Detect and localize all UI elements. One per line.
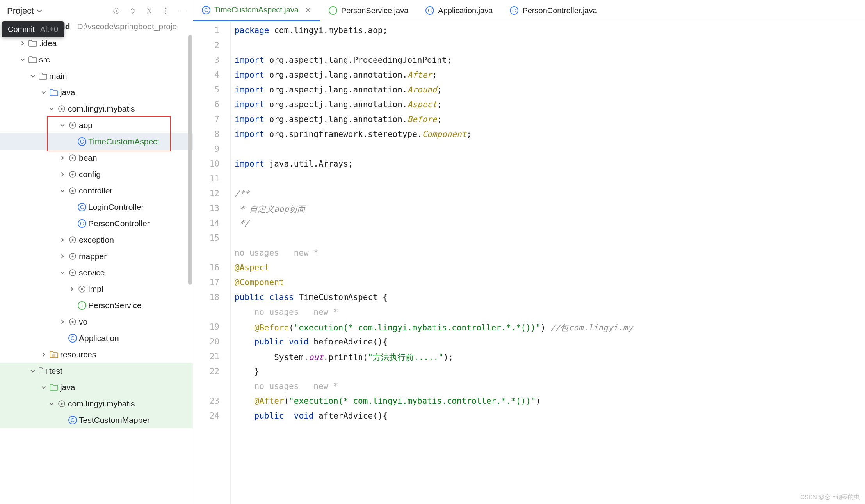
tree-item-test[interactable]: test xyxy=(0,363,193,379)
code-line[interactable]: */ xyxy=(235,218,865,233)
line-number[interactable]: 21 xyxy=(193,352,230,367)
line-number[interactable]: 17 xyxy=(193,278,230,293)
code-line[interactable] xyxy=(235,144,865,159)
code-line[interactable]: } xyxy=(235,367,865,382)
tree-arrow-icon[interactable] xyxy=(39,385,48,390)
line-number[interactable]: 4 xyxy=(193,70,230,85)
usage-hint[interactable]: no usages new * xyxy=(235,248,865,263)
code-line[interactable]: import org.aspectj.lang.ProceedingJoinPo… xyxy=(235,55,865,70)
code-line[interactable] xyxy=(235,233,865,248)
tree-item-service[interactable]: service xyxy=(0,264,193,281)
code-line[interactable] xyxy=(235,41,865,55)
line-number[interactable]: 10 xyxy=(193,159,230,174)
tree-item-com-lingyi-mybatis[interactable]: com.lingyi.mybatis xyxy=(0,396,193,412)
line-number[interactable]: 18 xyxy=(193,293,230,307)
code-line[interactable]: /** xyxy=(235,189,865,204)
tree-arrow-icon[interactable] xyxy=(58,270,67,275)
tree-item-java[interactable]: java xyxy=(0,84,193,101)
line-number[interactable]: 15 xyxy=(193,233,230,248)
close-icon[interactable]: ✕ xyxy=(305,5,311,15)
minimize-icon[interactable] xyxy=(178,7,186,15)
tree-item-mapper[interactable]: mapper xyxy=(0,248,193,264)
tree-item-personcontroller[interactable]: CPersonController xyxy=(0,215,193,232)
code-line[interactable]: import org.aspectj.lang.annotation.Befor… xyxy=(235,115,865,130)
tree-item-resources[interactable]: resources xyxy=(0,346,193,363)
line-number[interactable]: 2 xyxy=(193,41,230,55)
tree-arrow-icon[interactable] xyxy=(58,238,67,242)
code-line[interactable]: import org.springframework.stereotype.Co… xyxy=(235,130,865,144)
tab-personcontroller[interactable]: CPersonController.java xyxy=(501,0,605,21)
tree-item-config[interactable]: config xyxy=(0,166,193,183)
chevron-down-icon[interactable] xyxy=(37,8,42,14)
line-number[interactable]: 23 xyxy=(193,396,230,411)
line-number[interactable]: 9 xyxy=(193,144,230,159)
code-line[interactable]: @After("execution(* com.lingyi.mybatis.c… xyxy=(235,396,865,411)
tree-item-testcustommapper[interactable]: CTestCustomMapper xyxy=(0,412,193,428)
tree-arrow-icon[interactable] xyxy=(47,106,56,111)
code-line[interactable]: package com.lingyi.mybatis.aop; xyxy=(235,26,865,41)
tree-item-main[interactable]: main xyxy=(0,68,193,84)
line-number[interactable]: 13 xyxy=(193,204,230,218)
line-number[interactable]: 5 xyxy=(193,85,230,100)
tree-arrow-icon[interactable] xyxy=(28,369,37,373)
code-line[interactable]: * 自定义aop切面 xyxy=(235,204,865,218)
tab-application[interactable]: CApplication.java xyxy=(417,0,501,21)
tree-item-logincontroller[interactable]: CLoginController xyxy=(0,199,193,215)
code-line[interactable]: import org.aspectj.lang.annotation.Aroun… xyxy=(235,85,865,100)
tree-item-java[interactable]: java xyxy=(0,379,193,396)
tree-item-controller[interactable]: controller xyxy=(0,183,193,199)
line-number[interactable]: 6 xyxy=(193,100,230,115)
tree-arrow-icon[interactable] xyxy=(39,90,48,95)
expand-all-icon[interactable] xyxy=(129,7,137,15)
tree-scrollbar[interactable] xyxy=(187,35,193,504)
line-number[interactable]: 1 xyxy=(193,26,230,41)
tree-arrow-icon[interactable] xyxy=(58,254,67,259)
tree-arrow-icon[interactable] xyxy=(28,74,37,78)
tree-item-com-lingyi-mybatis[interactable]: com.lingyi.mybatis xyxy=(0,101,193,117)
code-line[interactable]: import org.aspectj.lang.annotation.Aspec… xyxy=(235,100,865,115)
code-editor[interactable]: 123456789101112131415161718192021222324 … xyxy=(193,21,865,504)
tree-item-timecustomaspect[interactable]: CTimeCustomAspect xyxy=(0,133,193,150)
line-number[interactable]: 16 xyxy=(193,263,230,278)
code-line[interactable]: public class TimeCustomAspect { xyxy=(235,293,865,307)
tree-arrow-icon[interactable] xyxy=(18,57,27,62)
code-line[interactable]: public void afterAdvice(){ xyxy=(235,411,865,426)
more-icon[interactable] xyxy=(162,7,169,15)
line-number[interactable]: 8 xyxy=(193,130,230,144)
tree-item-exception[interactable]: exception xyxy=(0,232,193,248)
collapse-all-icon[interactable] xyxy=(145,7,153,15)
line-number[interactable]: 22 xyxy=(193,367,230,382)
line-number[interactable]: 14 xyxy=(193,218,230,233)
code-line[interactable]: @Before("execution(* com.lingyi.mybatis.… xyxy=(235,322,865,337)
tree-item-vo[interactable]: vo xyxy=(0,314,193,330)
line-number[interactable]: 24 xyxy=(193,411,230,426)
tree-item-bean[interactable]: bean xyxy=(0,150,193,166)
tree-arrow-icon[interactable] xyxy=(67,287,77,291)
tree-arrow-icon[interactable] xyxy=(58,319,67,324)
line-number[interactable]: 19 xyxy=(193,322,230,337)
tree-arrow-icon[interactable] xyxy=(39,352,48,357)
line-number[interactable]: 7 xyxy=(193,115,230,130)
code-line[interactable]: import org.aspectj.lang.annotation.After… xyxy=(235,70,865,85)
tree-arrow-icon[interactable] xyxy=(58,123,67,128)
tree-item-personservice[interactable]: IPersonService xyxy=(0,297,193,314)
tree-arrow-icon[interactable] xyxy=(58,156,67,160)
code-line[interactable] xyxy=(235,174,865,189)
tree-item-aop[interactable]: aop xyxy=(0,117,193,133)
code-line[interactable]: import java.util.Arrays; xyxy=(235,159,865,174)
tree-item--idea[interactable]: .idea xyxy=(0,35,193,51)
code-content[interactable]: package com.lingyi.mybatis.aop;import or… xyxy=(230,21,865,504)
tree-arrow-icon[interactable] xyxy=(18,41,27,46)
project-title[interactable]: Project xyxy=(7,6,34,16)
locate-icon[interactable] xyxy=(112,7,120,15)
tree-arrow-icon[interactable] xyxy=(47,401,56,406)
tree-item-application[interactable]: CApplication xyxy=(0,330,193,346)
code-line[interactable]: public void beforeAdvice(){ xyxy=(235,337,865,352)
tree-arrow-icon[interactable] xyxy=(58,172,67,177)
usage-hint[interactable]: no usages new * xyxy=(235,307,865,322)
tab-timecustomaspect[interactable]: CTimeCustomAspect.java✕ xyxy=(193,0,320,21)
tree-item-src[interactable]: src xyxy=(0,51,193,68)
project-tree[interactable]: .ideasrcmainjavacom.lingyi.mybatisaopCTi… xyxy=(0,35,193,504)
code-line[interactable]: @Aspect xyxy=(235,263,865,278)
line-number[interactable]: 3 xyxy=(193,55,230,70)
